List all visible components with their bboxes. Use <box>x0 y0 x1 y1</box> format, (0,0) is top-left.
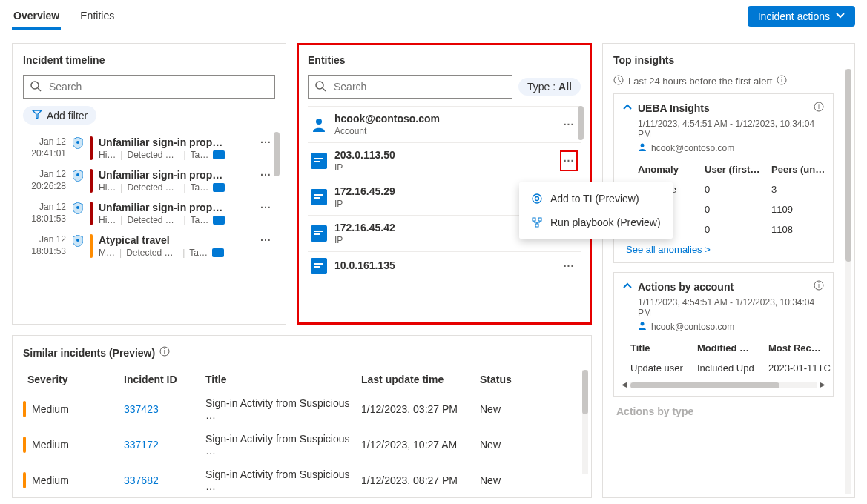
timeline-item-meta: M…| Detected b…| Ta… <box>99 248 254 258</box>
svg-text:i: i <box>818 103 820 110</box>
incident-id-link[interactable]: 337423 <box>124 403 159 415</box>
entities-title: Entities <box>308 54 581 66</box>
tab-entities[interactable]: Entities <box>79 2 116 30</box>
svg-text:i: i <box>781 76 782 84</box>
entity-item[interactable]: 10.0.161.135 ··· <box>308 251 581 280</box>
svg-rect-34 <box>533 218 535 221</box>
timeline-timestamp: Jan 1218:01:53 <box>23 202 66 225</box>
svg-line-1 <box>38 88 41 91</box>
account-icon <box>311 116 327 133</box>
timeline-title: Incident timeline <box>23 54 275 66</box>
timeline-search[interactable] <box>23 75 275 99</box>
svg-rect-11 <box>314 161 320 162</box>
menu-run-playbook-label: Run playbook (Preview) <box>550 216 661 228</box>
svg-point-2 <box>76 141 79 144</box>
menu-run-playbook[interactable]: Run playbook (Preview) <box>519 210 673 234</box>
user-icon <box>638 142 647 153</box>
search-icon <box>30 80 42 94</box>
severity-bar <box>90 202 93 225</box>
entity-type: Account <box>334 126 553 136</box>
svg-point-29 <box>641 322 645 326</box>
timeline-item-title: Unfamiliar sign-in prop… <box>99 169 254 181</box>
incident-status: New <box>475 427 581 462</box>
col-severity[interactable]: Severity <box>23 368 119 391</box>
timeline-item[interactable]: Jan 1218:01:53 Unfamiliar sign-in prop… … <box>23 197 275 230</box>
svg-point-0 <box>31 82 39 89</box>
incident-title: Sign-in Activity from Suspicious … <box>201 427 357 462</box>
timeline-item[interactable]: Jan 1218:01:53 Atypical travel M…| Detec… <box>23 230 275 262</box>
similar-incidents-card: Similar incidents (Preview) i Severity I… <box>12 335 592 498</box>
scrollbar-thumb[interactable] <box>578 106 584 140</box>
ip-icon <box>311 225 327 242</box>
add-filter-button[interactable]: Add filter <box>23 106 96 125</box>
more-actions-icon[interactable]: ··· <box>260 202 275 213</box>
collapse-toggle[interactable] <box>623 102 632 114</box>
timeline-item[interactable]: Jan 1220:26:28 Unfamiliar sign-in prop… … <box>23 165 275 197</box>
table-row[interactable]: Medium 337423 Sign-in Activity from Susp… <box>23 391 581 427</box>
timeline-item[interactable]: Jan 1220:41:01 Unfamiliar sign-in prop… … <box>23 132 275 165</box>
incident-id-link[interactable]: 337172 <box>124 439 159 451</box>
info-icon: i <box>814 102 824 114</box>
timeline-timestamp: Jan 1220:26:28 <box>23 169 66 192</box>
shield-icon <box>72 202 84 215</box>
scroll-right-arrow[interactable]: ▶ <box>820 380 825 388</box>
similar-incidents-title: Similar incidents (Preview) <box>23 347 155 359</box>
scrollbar-thumb[interactable] <box>582 370 588 414</box>
entity-more-actions-icon[interactable]: ··· <box>560 119 578 130</box>
entities-search-input[interactable] <box>332 80 506 93</box>
product-chip-icon <box>213 150 225 159</box>
col-incident-id[interactable]: Incident ID <box>119 368 201 391</box>
table-row[interactable]: Medium 337172 Sign-in Activity from Susp… <box>23 427 581 462</box>
target-icon <box>531 193 543 205</box>
scroll-left-arrow[interactable]: ◀ <box>622 380 627 388</box>
severity-bar <box>23 437 26 453</box>
col-title[interactable]: Title <box>201 368 357 391</box>
incident-update-time: 1/12/2023, 03:27 PM <box>357 391 475 427</box>
scrollbar-thumb[interactable] <box>845 69 851 262</box>
more-actions-icon[interactable]: ··· <box>260 234 275 246</box>
menu-add-to-ti[interactable]: Add to TI (Preview) <box>519 187 673 210</box>
info-icon: i <box>777 75 787 87</box>
col-modified: Modified … <box>697 342 768 354</box>
entity-more-actions-icon[interactable]: ··· <box>560 260 578 272</box>
more-actions-icon[interactable]: ··· <box>260 169 275 181</box>
incident-actions-button[interactable]: Incident actions <box>748 6 855 27</box>
col-last-update[interactable]: Last update time <box>357 368 475 391</box>
svg-rect-10 <box>314 158 323 159</box>
svg-point-33 <box>535 197 539 201</box>
entity-more-actions-icon[interactable]: ··· <box>560 150 578 171</box>
scrollbar-thumb[interactable] <box>630 382 779 388</box>
svg-point-8 <box>316 119 322 125</box>
collapse-toggle[interactable] <box>623 281 632 293</box>
timeline-search-input[interactable] <box>47 80 268 93</box>
table-row[interactable]: Medium 337682 Sign-in Activity from Susp… <box>23 462 581 498</box>
table-row: Update userIncluded Upd2023-01-11TC <box>630 358 824 378</box>
severity-bar <box>23 472 26 488</box>
info-icon: i <box>814 280 824 293</box>
entities-search[interactable] <box>308 75 512 99</box>
entity-context-menu: Add to TI (Preview) Run playbook (Previe… <box>519 182 673 239</box>
timeline-item-title: Atypical travel <box>99 234 254 246</box>
col-status[interactable]: Status <box>475 368 581 391</box>
svg-point-26 <box>641 144 645 147</box>
svg-text:i: i <box>818 282 820 289</box>
incident-status: New <box>475 462 581 498</box>
incident-id-link[interactable]: 337682 <box>124 474 159 486</box>
ip-icon <box>311 153 327 169</box>
timeline-item-meta: Hi…| Detected b…| Ta… <box>99 150 254 160</box>
scrollbar-track[interactable] <box>845 69 851 494</box>
more-actions-icon[interactable]: ··· <box>260 136 275 148</box>
col-user: User (first… <box>705 164 771 175</box>
incident-update-time: 1/12/2023, 10:27 AM <box>357 427 475 462</box>
actions-by-account-block: Actions by account i 1/11/2023, 4:54:51 … <box>613 272 834 397</box>
see-all-anomalies-link[interactable]: See all anomalies > <box>626 244 824 255</box>
entity-item[interactable]: hcook@contoso.com Account ··· <box>308 106 581 142</box>
tab-overview[interactable]: Overview <box>12 2 61 30</box>
playbook-icon <box>531 216 543 228</box>
horizontal-scrollbar[interactable]: ◀ ▶ <box>630 382 817 388</box>
actions-account-daterange: 1/11/2023, 4:54:51 AM - 1/12/2023, 10:34… <box>638 297 824 318</box>
scrollbar-track[interactable] <box>582 370 588 474</box>
timeline-item-meta: Hi…| Detected b…| Ta… <box>99 215 254 225</box>
entities-type-filter[interactable]: Type : All <box>518 78 581 96</box>
entity-item[interactable]: 203.0.113.50 IP ··· <box>308 142 581 179</box>
